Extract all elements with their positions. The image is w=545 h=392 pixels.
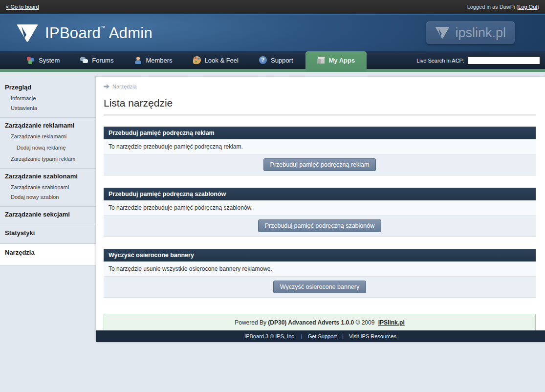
tool-panel-clear-orphan-banners: Wyczyść osierocone bannery To narzędzie … — [104, 249, 536, 298]
top-utility-bar: < Go to board Logged in as DawPi (Log Ou… — [0, 0, 545, 14]
sidebar-group-narzedzia: Narzędzia — [0, 244, 96, 265]
visit-ips-resources-link[interactable]: Visit IPS Resources — [349, 333, 396, 339]
logged-in-status: Logged in as DawPi (Log Out) — [467, 4, 539, 10]
system-icon — [27, 56, 35, 64]
panel-description: To narzedzie przebuduje pamięć podręczną… — [104, 200, 536, 216]
sidebar-item-statystyki[interactable]: Statystyki — [0, 225, 96, 239]
sidebar-item-dodaj-nowy-szablon[interactable]: Dodaj nowy szablon — [0, 192, 96, 202]
logged-in-text: Logged in as DawPi ( — [467, 4, 519, 10]
ipboard-footer-bar: IPBoard 3 © IPS, Inc. | Get Support | Vi… — [96, 330, 545, 342]
panel-header: Wyczyść osierocone bannery — [104, 249, 536, 261]
ipslink-logo-text: ipslink.pl — [455, 25, 506, 41]
tab-support[interactable]: Support — [249, 51, 304, 69]
ipslink-v-icon — [435, 27, 450, 39]
acp-nav-bar: System Forums Members Look & Feel Suppor… — [0, 51, 545, 69]
tab-my-apps-active[interactable]: My Apps — [305, 51, 367, 72]
sidebar-item-przeglad[interactable]: Przegląd — [0, 80, 96, 93]
page-body: Przegląd Informacje Ustawienia Zarządzan… — [0, 72, 545, 391]
breadcrumb-arrow-icon — [104, 84, 109, 89]
breadcrumb: Narzędzia — [104, 84, 536, 89]
live-search-label: Live Search in ACP: — [416, 58, 464, 64]
live-search-area: Live Search in ACP: — [416, 56, 540, 69]
acp-search-input[interactable] — [468, 56, 540, 65]
rebuild-ads-cache-button[interactable]: Przebuduj pamięć podręczną reklam — [263, 158, 376, 171]
trademark-mark: ™ — [101, 25, 105, 30]
tab-label: System — [39, 57, 60, 64]
sidebar-item-informacje[interactable]: Informacje — [0, 93, 96, 103]
ipboard-admin-logo: IPBoard™ Admin — [17, 24, 153, 42]
sidebar-group-statystyki: Statystyki — [0, 225, 96, 244]
ipslink-footer-link[interactable]: IPSlink.pl — [378, 319, 405, 326]
apps-cube-icon — [317, 56, 325, 64]
support-icon — [259, 56, 267, 64]
tab-members[interactable]: Members — [124, 51, 182, 69]
tab-label: Support — [271, 57, 293, 64]
powered-product: (DP30) Advanced Adverts 1.0.0 — [268, 319, 354, 326]
panel-action-row: Przebuduj pamięć podręczną reklam — [104, 154, 536, 175]
clear-orphan-banners-button[interactable]: Wyczyść osierocone bannery — [273, 281, 366, 293]
sidebar-item-zarzadzanie-szablonami[interactable]: Zarządzanie szablonami — [0, 182, 96, 192]
page-title: Lista narzędzie — [104, 97, 536, 109]
tab-look-and-feel[interactable]: Look & Feel — [183, 51, 249, 69]
panel-action-row: Przebuduj pamięć podręczną szablonów — [104, 216, 536, 236]
sidebar-item-dodaj-nowa-reklame[interactable]: Dodaj nową reklamę — [0, 141, 96, 154]
forums-icon — [80, 56, 88, 64]
ipslink-partner-badge: ipslink.pl — [426, 22, 515, 44]
tab-label: Forums — [92, 57, 113, 64]
sidebar-item-zarzadzanie-reklamami-heading[interactable]: Zarządzanie reklamami — [0, 118, 96, 131]
sidebar-group-reklamy: Zarządzanie reklamami Zarządzanie reklam… — [0, 118, 96, 169]
sidebar-item-zarzadzanie-typami-reklam[interactable]: Zarządzanie typami reklam — [0, 154, 96, 164]
panel-description: To narzędzie usunie wszystkie osierocone… — [104, 261, 536, 277]
tab-label: Look & Feel — [205, 57, 239, 64]
members-icon — [134, 56, 142, 64]
footer-copyright: IPBoard 3 © IPS, Inc. — [244, 333, 296, 339]
ipboard-v-icon — [17, 24, 38, 42]
title-divider — [104, 114, 536, 116]
tab-label: My Apps — [329, 57, 355, 64]
admin-header: IPBoard™ Admin ipslink.pl — [0, 14, 545, 51]
sidebar-group-szablony: Zarządzanie szablonami Zarządzanie szabl… — [0, 169, 96, 207]
panel-header: Przebuduj pamięć podręczną reklam — [104, 127, 536, 139]
breadcrumb-item[interactable]: Narzędzia — [112, 84, 137, 89]
main-inner: Narzędzia Lista narzędzie Przebuduj pami… — [96, 77, 545, 331]
sidebar-group-sekcje: Zarządzanie sekcjami — [0, 207, 96, 225]
sidebar-menu: Przegląd Informacje Ustawienia Zarządzan… — [0, 72, 96, 265]
footer-separator: | — [342, 333, 344, 339]
tool-panel-rebuild-ads-cache: Przebuduj pamięć podręczną reklam To nar… — [104, 127, 536, 175]
green-accent-strip — [0, 69, 545, 72]
powered-by-box: Powered By (DP30) Advanced Adverts 1.0.0… — [104, 314, 536, 331]
panel-header: Przebuduj pamięć podręczną szablonów — [104, 188, 536, 200]
footer-separator: | — [301, 333, 303, 339]
panel-action-row: Wyczyść osierocone bannery — [104, 277, 536, 297]
tab-system[interactable]: System — [17, 51, 70, 69]
brand-title: IPBoard™ Admin — [45, 24, 153, 42]
sidebar-item-zarzadzanie-szablonami-heading[interactable]: Zarządzanie szablonami — [0, 169, 96, 182]
logged-in-suffix: ) — [537, 4, 539, 10]
sidebar-group-przeglad: Przegląd Informacje Ustawienia — [0, 80, 96, 118]
powered-prefix: Powered By — [235, 319, 268, 326]
logout-link[interactable]: Log Out — [518, 4, 537, 10]
go-to-board-link[interactable]: < Go to board — [6, 4, 39, 10]
main-content: Narzędzia Lista narzędzie Przebuduj pami… — [96, 77, 545, 342]
tab-label: Members — [146, 57, 172, 64]
tab-forums[interactable]: Forums — [70, 51, 124, 69]
powered-copyright: © 2009 — [354, 319, 376, 326]
rebuild-templates-cache-button[interactable]: Przebuduj pamięć podręczną szablonów — [258, 219, 381, 232]
sidebar-item-narzedzia-active[interactable]: Narzędzia — [0, 244, 96, 261]
panel-description: To narzędzie przebuduje pamięć podręczną… — [104, 139, 536, 154]
sidebar-item-ustawienia[interactable]: Ustawienia — [0, 103, 96, 113]
sidebar-item-zarzadzanie-sekcjami[interactable]: Zarządzanie sekcjami — [0, 207, 96, 220]
sidebar-item-zarzadzanie-reklamami[interactable]: Zarządzanie reklamami — [0, 131, 96, 141]
palette-icon — [193, 56, 201, 64]
get-support-link[interactable]: Get Support — [308, 333, 337, 339]
tool-panel-rebuild-templates-cache: Przebuduj pamięć podręczną szablonów To … — [104, 188, 536, 237]
